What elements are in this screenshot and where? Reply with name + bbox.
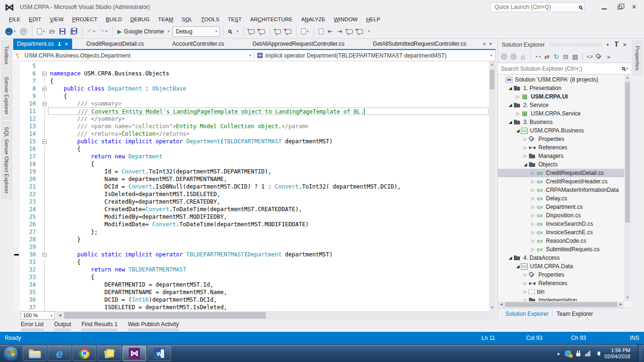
show-all-files-icon[interactable]: ▤	[571, 52, 579, 61]
outlining-margin[interactable]: −	[41, 138, 48, 145]
active-files-dropdown-icon[interactable]: ▾	[489, 41, 492, 46]
vertical-scroll-thumb[interactable]	[625, 82, 630, 222]
tree-vertical-scrollbar[interactable]: ▲ ▼	[624, 74, 631, 301]
code-line-21[interactable]: 21 DCId = Convert.IsDBNull(departmentMST…	[13, 183, 489, 190]
tree-item-invoicesearche-cs[interactable]: ▷C#InvoiceSearchE.cs	[498, 228, 624, 237]
collapsed-arrow-icon[interactable]: ▷	[530, 222, 536, 226]
code-editor[interactable]: 56−namespace USM.CRPA.Business.Objects7{…	[13, 61, 489, 311]
home-icon[interactable]: ⌂	[519, 52, 527, 61]
code-line-14[interactable]: 14 /// <returns>Collection</returns>	[13, 130, 489, 138]
code-line-33[interactable]: 33 {	[13, 273, 489, 281]
tab-getallsubmittedrequestcontroller-cs[interactable]: GetAllSubmittedRequestController.cs	[359, 39, 480, 49]
undo-button[interactable]: ↶▾	[86, 26, 97, 37]
type-dropdown[interactable]: USM.CRPA.Business.Objects.Department ▾	[13, 50, 255, 61]
uncomment-selection-button[interactable]: ×	[355, 26, 364, 37]
sync-with-active-document-icon[interactable]: ⇄	[543, 52, 551, 61]
open-file-button[interactable]: 🗁︎	[48, 26, 57, 37]
tree-item-disposition-cs[interactable]: ▷C#Disposition.cs	[498, 211, 624, 220]
start-debug-button[interactable]: ▶ Google Chrome ▾	[116, 26, 171, 37]
collapsed-arrow-icon[interactable]: ▷	[530, 171, 536, 175]
tab-creditrequestdetail-cs[interactable]: CreditRequestDetail.cs	[72, 39, 158, 49]
collapsed-arrow-icon[interactable]: ▷	[522, 281, 528, 286]
redo-button[interactable]: ↷▾	[98, 26, 109, 37]
save-all-button[interactable]	[68, 26, 79, 37]
tab-error-list[interactable]: Error List	[21, 321, 44, 331]
tab-properties[interactable]: Properties	[632, 41, 643, 75]
menu-tools[interactable]: TOOLS	[197, 15, 223, 24]
collapsed-arrow-icon[interactable]: ▷	[522, 145, 528, 150]
menu-help[interactable]: HELP	[362, 15, 385, 24]
code-line-13[interactable]: 13 /// <param name="collection">Entity M…	[13, 123, 489, 130]
code-line-28[interactable]: 28 }	[13, 236, 489, 243]
code-line-36[interactable]: 36 DCID = (Int16)departmentMST.DCId,	[13, 296, 489, 304]
horizontal-scroll-thumb[interactable]	[505, 302, 617, 307]
tree-item-creditrequestheader-cs[interactable]: ▷C#CreditRequestHeader.cs	[498, 177, 624, 186]
solution-configuration-select[interactable]: Debug▾	[173, 26, 220, 37]
tree-item-creditrequestdetail-cs[interactable]: ▷C#CreditRequestDetail.cs	[498, 169, 624, 177]
code-line-25[interactable]: 25 ModifiedBy=departmentMST.MODIFIEDBY,	[13, 213, 489, 221]
code-line-27[interactable]: 27 };	[13, 228, 489, 236]
collapsed-arrow-icon[interactable]: ▷	[530, 179, 536, 184]
navigate-forward-button[interactable]: →	[18, 26, 29, 37]
editor-horizontal-scrollbar[interactable]: ◀	[57, 311, 495, 320]
taskbar-word[interactable]: w	[148, 346, 171, 361]
toolbar-options-icon[interactable]: ▾	[366, 26, 372, 37]
code-line-24[interactable]: 24 CreatedDate=Convert.ToDateTime(depart…	[13, 206, 489, 213]
tab-server-explorer[interactable]: Server Explorer	[1, 72, 12, 120]
scroll-left-icon[interactable]: ◀	[498, 301, 504, 308]
collapsed-arrow-icon[interactable]: ▷	[522, 272, 528, 277]
tab-find-results-1[interactable]: Find Results 1	[82, 321, 118, 331]
expanded-arrow-icon[interactable]: ◢	[507, 86, 513, 90]
tree-item-implementation[interactable]: ▷Implementation	[498, 296, 624, 301]
menu-file[interactable]: FILE	[5, 15, 25, 24]
menu-analyze[interactable]: ANALYZE	[297, 15, 330, 24]
zoom-level-select[interactable]: 100 %▾	[21, 311, 55, 320]
tree-item-department-cs[interactable]: ▷C#Department.cs	[498, 203, 624, 211]
tab-solution-explorer[interactable]: Solution Explorer	[502, 311, 552, 317]
collapsed-arrow-icon[interactable]: ▷	[515, 111, 521, 116]
code-line-17[interactable]: 17 return new Department	[13, 153, 489, 160]
collapsed-arrow-icon[interactable]: ▷	[522, 298, 528, 301]
code-line-9[interactable]: 9 {	[13, 92, 489, 100]
pin-icon[interactable]	[612, 41, 620, 49]
quick-launch-box[interactable]	[490, 2, 585, 12]
tree-item-3-business[interactable]: ◢3. Business	[498, 118, 624, 126]
scroll-down-icon[interactable]: ▼	[489, 304, 495, 311]
collapsed-arrow-icon[interactable]: ▷	[530, 247, 536, 252]
taskbar-internet-explorer[interactable]: e	[48, 346, 71, 361]
tree-item-objects[interactable]: ◢Objects	[498, 160, 624, 169]
tree-item-properties[interactable]: ▷Properties	[498, 271, 624, 279]
tree-item-usm-crpa-business[interactable]: ◢C#USM.CRPA.Business	[498, 126, 624, 135]
new-file-button[interactable]: ▾	[36, 26, 46, 37]
collapsed-arrow-icon[interactable]: ▷	[515, 94, 521, 99]
refresh-icon[interactable]: ↻	[552, 52, 561, 61]
outlining-margin[interactable]: −	[41, 85, 48, 92]
collapsed-arrow-icon[interactable]: ▷	[522, 289, 528, 294]
increase-indent-button[interactable]: ⇥	[336, 26, 344, 37]
quick-launch-input[interactable]	[495, 4, 579, 10]
taskbar-file-explorer[interactable]	[23, 346, 46, 361]
close-button[interactable]: ×	[627, 2, 641, 12]
code-line-11[interactable]: 11 /// Converts Entity Model's LandingPa…	[13, 107, 489, 115]
tree-item-references[interactable]: ▷References	[498, 279, 624, 288]
tree-item-1-presentation[interactable]: ◢1. Presentation	[498, 84, 624, 92]
tree-item-solution-usm-crpa-8-projects[interactable]: ⋈Solution 'USM.CRPA' (8 projects)	[498, 75, 624, 84]
expanded-arrow-icon[interactable]: ◢	[507, 103, 513, 107]
tree-item-submittedrequets-cs[interactable]: ▷C#SubmittedRequets.cs	[498, 245, 624, 254]
expanded-arrow-icon[interactable]: ◢	[507, 255, 513, 260]
solution-search-box[interactable]: ▾	[498, 63, 631, 74]
menu-sql[interactable]: SQL	[177, 15, 197, 24]
taskbar-clock[interactable]: 1:56 PM 02/04/2018	[604, 347, 630, 360]
close-panel-icon[interactable]: ×	[620, 41, 629, 49]
collapsed-arrow-icon[interactable]: ▷	[530, 239, 536, 243]
code-line-5[interactable]: 5	[13, 62, 489, 70]
scroll-up-icon[interactable]: ▲	[624, 74, 631, 81]
comment-selection-button[interactable]: +	[345, 26, 354, 37]
collapse-all-icon[interactable]: ⊟	[561, 52, 570, 61]
scroll-up-icon[interactable]: ▲	[489, 61, 495, 68]
solution-search-input[interactable]	[501, 66, 622, 72]
member-dropdown[interactable]: implicit operator Department(TBLDEPARTME…	[255, 50, 496, 61]
menu-window[interactable]: WINDOW	[330, 15, 362, 24]
collapse-icon[interactable]: −	[42, 102, 47, 106]
tree-item-reasoncode-cs[interactable]: ▷C#ReasonCode.cs	[498, 237, 624, 245]
